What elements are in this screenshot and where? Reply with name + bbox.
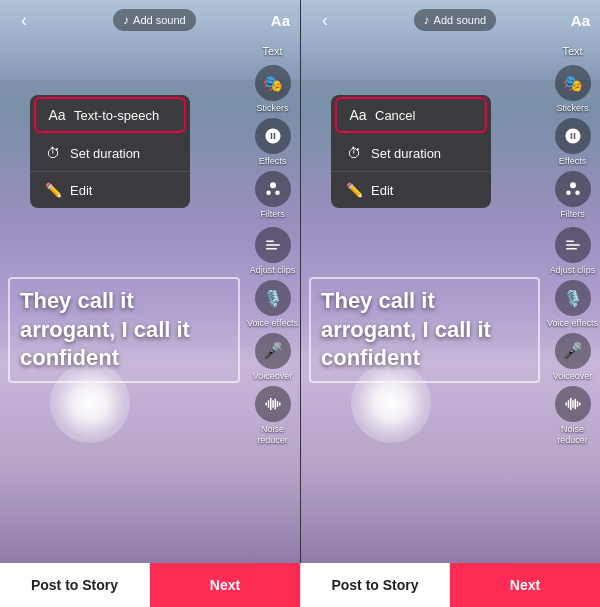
stickers-label-left: Stickers	[256, 103, 288, 114]
edit-icon-left: ✏️	[44, 182, 62, 198]
edit-btn-right[interactable]: ✏️ Edit	[331, 172, 491, 208]
text-to-speech-label: Text-to-speech	[74, 108, 159, 123]
filters-label-left: Filters	[260, 209, 285, 220]
svg-point-2	[275, 190, 280, 195]
text-overlay-left: They call it arrogant, I call it confide…	[8, 277, 240, 383]
svg-point-14	[566, 190, 571, 195]
svg-rect-8	[270, 398, 272, 410]
voiceover-btn-left[interactable]: 🎤 Voiceover	[253, 333, 293, 382]
panel-right: ‹ ♪ Add sound Aa Text 🎭 Stickers Effects	[300, 0, 600, 563]
filters-btn-left[interactable]: Filters	[255, 171, 291, 220]
back-button-right[interactable]: ‹	[311, 6, 339, 34]
duration-icon-left: ⏱	[44, 145, 62, 161]
context-menu-right: Aa Cancel ⏱ Set duration ✏️ Edit	[331, 95, 491, 208]
music-icon-left: ♪	[123, 13, 129, 27]
panel-left: ‹ ♪ Add sound Aa Text 🎭 Stickers Effects	[0, 0, 300, 563]
panels-container: ‹ ♪ Add sound Aa Text 🎭 Stickers Effects	[0, 0, 600, 563]
effects-label-left: Effects	[259, 156, 286, 167]
stickers-btn-left[interactable]: 🎭 Stickers	[255, 65, 291, 114]
text-label-left: Text	[262, 45, 282, 57]
text-label-right: Text	[562, 45, 582, 57]
svg-rect-6	[265, 402, 267, 405]
aa-button-right[interactable]: Aa	[571, 12, 590, 29]
next-btn-left[interactable]: Next	[150, 563, 300, 607]
filters-icon-right	[555, 171, 591, 207]
adjust-clips-btn-left[interactable]: Adjust clips	[250, 227, 296, 276]
noise-reducer-btn-left[interactable]: Noise reducer	[245, 386, 300, 446]
noise-reducer-icon-right	[555, 386, 591, 422]
aa-button-left[interactable]: Aa	[271, 12, 290, 29]
svg-rect-25	[579, 402, 581, 405]
svg-rect-20	[567, 400, 569, 408]
post-story-label-right: Post to Story	[331, 577, 418, 593]
voice-effects-label-left: Voice effects	[247, 318, 298, 329]
set-duration-label-right: Set duration	[371, 146, 441, 161]
voice-effects-btn-left[interactable]: 🎙️ Voice effects	[247, 280, 298, 329]
voice-effects-btn-right[interactable]: 🎙️ Voice effects	[547, 280, 598, 329]
svg-point-1	[266, 190, 271, 195]
voiceover-label-right: Voiceover	[553, 371, 593, 382]
filters-label-right: Filters	[560, 209, 585, 220]
effects-btn-right[interactable]: Effects	[555, 118, 591, 167]
voiceover-btn-right[interactable]: 🎤 Voiceover	[553, 333, 593, 382]
adjust-clips-btn-right[interactable]: Adjust clips	[550, 227, 596, 276]
edit-label-left: Edit	[70, 183, 92, 198]
effects-icon-right	[555, 118, 591, 154]
text-overlay-right: They call it arrogant, I call it confide…	[309, 277, 540, 383]
voiceover-icon-right: 🎤	[555, 333, 591, 369]
stickers-btn-right[interactable]: 🎭 Stickers	[555, 65, 591, 114]
add-sound-left[interactable]: ♪ Add sound	[113, 9, 196, 31]
svg-point-13	[570, 182, 576, 188]
add-sound-label-left: Add sound	[133, 14, 186, 26]
effects-label-right: Effects	[559, 156, 586, 167]
effects-btn-left[interactable]: Effects	[255, 118, 291, 167]
set-duration-btn-right[interactable]: ⏱ Set duration	[331, 135, 491, 172]
stickers-icon-right: 🎭	[555, 65, 591, 101]
svg-point-0	[270, 182, 276, 188]
set-duration-label-left: Set duration	[70, 146, 140, 161]
adjust-clips-label-right: Adjust clips	[550, 265, 596, 276]
svg-rect-10	[274, 399, 276, 410]
noise-reducer-label-left: Noise reducer	[245, 424, 300, 446]
top-bar-right: ‹ ♪ Add sound Aa	[301, 0, 600, 40]
set-duration-btn-left[interactable]: ⏱ Set duration	[30, 135, 190, 172]
voiceover-icon-left: 🎤	[255, 333, 291, 369]
svg-point-15	[575, 190, 580, 195]
stickers-label-right: Stickers	[556, 103, 588, 114]
filters-icon-left	[255, 171, 291, 207]
post-story-label-left: Post to Story	[31, 577, 118, 593]
edit-icon-right: ✏️	[345, 182, 363, 198]
noise-reducer-icon-left	[255, 386, 291, 422]
voiceover-label-left: Voiceover	[253, 371, 293, 382]
noise-reducer-btn-right[interactable]: Noise reducer	[545, 386, 600, 446]
svg-rect-3	[266, 245, 280, 247]
noise-reducer-label-right: Noise reducer	[545, 424, 600, 446]
right-sidebar-left: Text 🎭 Stickers Effects Filters	[245, 40, 300, 445]
voice-effects-icon-left: 🎙️	[255, 280, 291, 316]
edit-btn-left[interactable]: ✏️ Edit	[30, 172, 190, 208]
post-to-story-btn-right[interactable]: Post to Story	[300, 563, 450, 607]
text-to-speech-btn[interactable]: Aa Text-to-speech	[34, 97, 186, 133]
next-label-right: Next	[510, 577, 540, 593]
add-sound-label-right: Add sound	[434, 14, 487, 26]
stickers-icon-left: 🎭	[255, 65, 291, 101]
next-label-left: Next	[210, 577, 240, 593]
svg-rect-18	[566, 248, 577, 250]
svg-rect-21	[570, 398, 572, 410]
cancel-icon: Aa	[349, 107, 367, 123]
next-btn-right[interactable]: Next	[450, 563, 600, 607]
duration-icon-right: ⏱	[345, 145, 363, 161]
cancel-label: Cancel	[375, 108, 415, 123]
music-icon-right: ♪	[424, 13, 430, 27]
adjust-clips-icon-left	[255, 227, 291, 263]
cancel-btn[interactable]: Aa Cancel	[335, 97, 487, 133]
adjust-clips-label-left: Adjust clips	[250, 265, 296, 276]
text-speech-icon: Aa	[48, 107, 66, 123]
right-sidebar-right: Text 🎭 Stickers Effects Filters	[545, 40, 600, 445]
post-to-story-btn-left[interactable]: Post to Story	[0, 563, 150, 607]
filters-btn-right[interactable]: Filters	[555, 171, 591, 220]
add-sound-right[interactable]: ♪ Add sound	[414, 9, 497, 31]
voice-effects-icon-right: 🎙️	[555, 280, 591, 316]
bottom-bar: Post to Story Next Post to Story Next	[0, 563, 600, 607]
back-button-left[interactable]: ‹	[10, 6, 38, 34]
